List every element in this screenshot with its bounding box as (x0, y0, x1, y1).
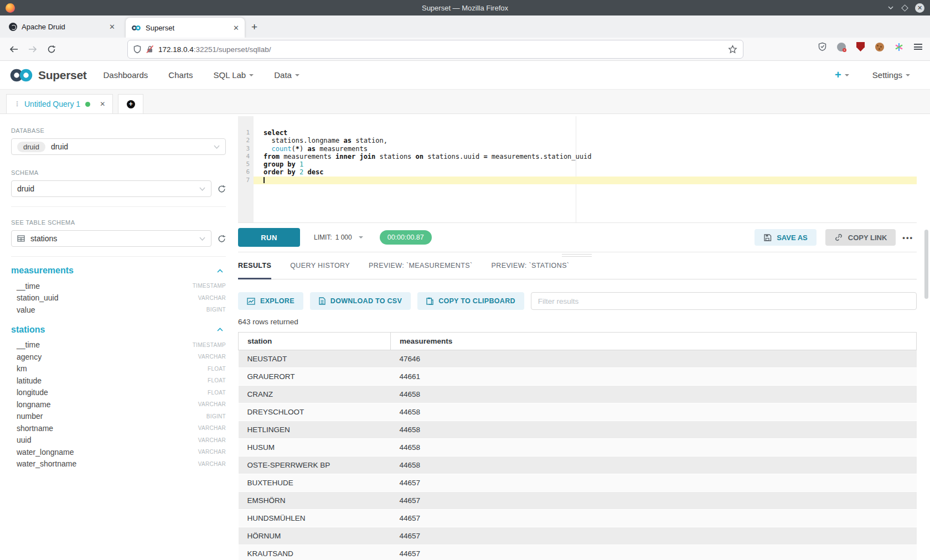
back-button[interactable] (7, 43, 21, 56)
brand-title[interactable]: Superset (38, 69, 86, 82)
tab-close-icon[interactable]: ✕ (109, 23, 115, 31)
table-row[interactable]: DREYSCHLOOT44658 (239, 403, 917, 421)
query-tab-close-icon[interactable]: ✕ (100, 100, 105, 108)
divider (11, 206, 226, 207)
table-row[interactable]: BUXTEHUDE44657 (239, 474, 917, 492)
database-select[interactable]: druid druid (11, 138, 226, 155)
download-to-csv-button[interactable]: DOWNLOAD TO CSV (310, 292, 411, 310)
editor-active-line[interactable]: 7 (238, 177, 917, 184)
new-tab-button[interactable]: + (251, 21, 257, 33)
copy-to-clipboard-button[interactable]: COPY TO CLIPBOARD (417, 292, 524, 310)
column-list: __timeTIMESTAMPagencyVARCHARkmFLOATlatit… (11, 339, 226, 470)
table-cell: CRANZ (239, 386, 391, 403)
editor-toolbar: RUN LIMIT: 1 000 00:00:00.87 SAVE AS COP… (238, 223, 917, 252)
column-name: value (17, 305, 35, 314)
query-status-dot (85, 102, 90, 107)
floppy-icon (763, 234, 772, 242)
schema-select[interactable]: druid (11, 180, 211, 197)
table-cell: HETLINGEN (239, 421, 391, 439)
results-tab-preview-measurements[interactable]: PREVIEW: `MEASUREMENTS` (369, 252, 472, 279)
results-tab-results[interactable]: RESULTS (238, 252, 271, 279)
sqllab-main: 1select2 stations.longname as station,3 … (238, 114, 917, 560)
column-type: TIMESTAMP (193, 283, 226, 289)
table-schema-label: SEE TABLE SCHEMA (11, 219, 226, 226)
column-name: __time (17, 282, 40, 291)
menu-button[interactable] (914, 43, 922, 51)
ublock-extension-icon[interactable] (856, 42, 865, 51)
table-row[interactable]: OSTE-SPERRWERK BP44658 (239, 457, 917, 474)
column-header-measurements[interactable]: measurements (391, 333, 917, 350)
chevron-down-icon (214, 145, 220, 149)
refresh-schema-button[interactable] (218, 185, 226, 193)
table-row[interactable]: HUNDSMÜHLEN44657 (239, 510, 917, 527)
table-row[interactable]: CRANZ44658 (239, 386, 917, 403)
results-tab-preview-stations[interactable]: PREVIEW: `STATIONS` (491, 252, 569, 279)
window-maximize-icon[interactable] (901, 4, 908, 12)
collapse-icon[interactable] (216, 268, 224, 273)
column-row: longitudeFLOAT (11, 387, 226, 399)
window-minimize-icon[interactable] (887, 4, 895, 12)
table-row[interactable]: HETLINGEN44658 (239, 421, 917, 439)
nav-item-charts[interactable]: Charts (168, 70, 193, 80)
query-tab-title: Untitled Query 1 (24, 100, 80, 108)
table-row[interactable]: EMSHÖRN44657 (239, 492, 917, 510)
editor-line[interactable]: 1select (238, 129, 917, 137)
mask-extension-icon[interactable] (837, 43, 846, 51)
nav-item-data[interactable]: Data (274, 70, 299, 80)
table-section-measurements[interactable]: measurements (11, 266, 226, 276)
filter-results-input[interactable] (531, 292, 917, 310)
editor-line[interactable]: 6order by 2 desc (238, 168, 917, 176)
drag-handle-icon[interactable]: ⋮ (14, 100, 19, 108)
explore-button[interactable]: EXPLORE (238, 292, 303, 310)
sql-editor[interactable]: 1select2 stations.longname as station,3 … (238, 116, 917, 222)
table-row[interactable]: GRAUERORT44661 (239, 368, 917, 386)
editor-line[interactable]: 4from measurements inner join stations o… (238, 153, 917, 160)
column-list: __timeTIMESTAMPstation_uuidVARCHARvalueB… (11, 280, 226, 316)
save-as-button[interactable]: SAVE AS (755, 229, 817, 246)
browser-tab-superset[interactable]: Superset ✕ (126, 18, 245, 38)
table-row[interactable]: HUSUM44658 (239, 439, 917, 457)
query-tab[interactable]: ⋮ Untitled Query 1 ✕ (6, 94, 113, 113)
url-bar[interactable]: 172.18.0.4:32251/superset/sqllab/ (127, 40, 743, 59)
table-section-stations[interactable]: stations (11, 325, 226, 335)
browser-tab-apache-druid[interactable]: Apache Druid ✕ (3, 15, 121, 38)
cookie-extension-icon[interactable] (875, 43, 884, 51)
run-button[interactable]: RUN (238, 228, 300, 247)
editor-line[interactable]: 3 count(*) as measurements (238, 145, 917, 153)
chevron-down-icon (199, 237, 205, 241)
more-options-button[interactable]: ••• (902, 234, 913, 242)
copy-link-button[interactable]: COPY LINK (825, 229, 896, 246)
chevron-down-icon (295, 74, 299, 79)
table-row[interactable]: HÖRNUM44657 (239, 527, 917, 545)
editor-line[interactable]: 2 stations.longname as station, (238, 137, 917, 144)
bookmark-star-icon[interactable] (728, 45, 737, 54)
window-close-icon[interactable]: ✕ (915, 3, 924, 13)
nav-item-sql-lab[interactable]: SQL Lab (214, 70, 254, 80)
table-row[interactable]: KRAUTSAND44657 (239, 545, 917, 560)
add-new-button[interactable]: + (835, 69, 849, 81)
table-row[interactable]: NEUSTADT47646 (239, 350, 917, 368)
code-text: count(*) as measurements (254, 145, 917, 153)
column-header-station[interactable]: station (239, 333, 391, 350)
table-schemas: measurements__timeTIMESTAMPstation_uuidV… (11, 266, 226, 470)
tracking-shield-icon[interactable] (133, 45, 141, 54)
refresh-table-button[interactable] (218, 235, 226, 243)
table-cell: BUXTEHUDE (239, 474, 391, 492)
scrollbar-thumb[interactable] (924, 230, 928, 299)
reload-button[interactable] (44, 43, 59, 56)
protections-shield-icon[interactable] (818, 42, 826, 51)
collapse-icon[interactable] (216, 327, 224, 332)
limit-control[interactable]: LIMIT: 1 000 (314, 234, 363, 241)
superset-navbar: Superset DashboardsChartsSQL LabData + S… (0, 61, 930, 90)
column-name: longitude (17, 388, 48, 397)
nav-item-dashboards[interactable]: Dashboards (103, 70, 148, 80)
insecure-lock-icon[interactable] (146, 45, 154, 54)
table-schema-select[interactable]: stations (11, 230, 211, 247)
tab-close-icon[interactable]: ✕ (233, 24, 239, 32)
snowflake-extension-icon[interactable] (895, 43, 903, 51)
new-query-tab-button[interactable]: + (118, 94, 143, 113)
forward-button[interactable] (25, 43, 40, 56)
settings-menu[interactable]: Settings (872, 70, 910, 80)
results-tab-query-history[interactable]: QUERY HISTORY (290, 252, 350, 279)
editor-line[interactable]: 5group by 1 (238, 160, 917, 168)
